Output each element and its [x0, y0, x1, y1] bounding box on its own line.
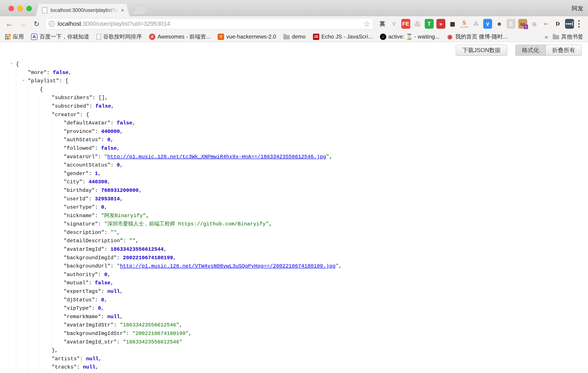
bird-extension-icon[interactable]: ➳	[542, 19, 551, 29]
json-line: "accountStatus": 0,	[63, 161, 588, 170]
bookmark-weibo-home[interactable]: ◉我的首页 微博-随时...	[447, 33, 507, 40]
qrcode-icon[interactable]: ▦	[448, 19, 457, 29]
forward-icon: →	[19, 20, 26, 28]
json-line: "creator": {"defaultAvatar": false,"prov…	[52, 111, 588, 355]
json-line: "avatarImgId_str": "18633423556612546"	[63, 338, 588, 346]
json-line: "nickname": "阿发Binaryify",	[63, 212, 588, 220]
monkey-extension-icon[interactable]: ω1	[518, 19, 527, 29]
bookmark-label: Awesomes - 前端资...	[158, 33, 210, 40]
json-line: "tracks": null,	[52, 363, 588, 372]
json-line: "backgroundImgId": 2002210674180199,	[63, 254, 588, 262]
page-info-icon[interactable]: i	[49, 21, 55, 27]
reload-icon[interactable]: ↻	[34, 21, 40, 27]
json-line: "subscribers": [],	[52, 94, 588, 102]
bookmark-demo-folder[interactable]: demo	[283, 33, 306, 40]
json-line: "userId": 32953014,	[63, 195, 588, 203]
mask-extension-icon[interactable]: ☻	[495, 19, 504, 29]
json-line: ▼{"more": false,▼"playlist": [{"subscrib…	[16, 60, 588, 373]
bookmark-label: 我的首页 微博-随时...	[455, 33, 507, 40]
browser-menu-icon[interactable]	[578, 20, 580, 28]
browser-tab[interactable]: localhost:3000/user/playlist?ui ×	[36, 4, 130, 16]
baidu-paw-icon: ⁂	[31, 34, 37, 40]
apps-grid-icon	[5, 34, 11, 40]
other-bookmarks-folder[interactable]: 其他书签	[553, 33, 583, 40]
format-button[interactable]: 格式化	[515, 45, 546, 56]
json-line: "backgroundUrl": "http://p1.music.126.ne…	[63, 262, 588, 270]
bookmark-label: 百度一下，你就知道	[40, 33, 89, 40]
json-line: "avatarUrl": "http://p1.music.126.net/tc…	[63, 153, 588, 161]
translate-extension-icon[interactable]: 英	[378, 19, 387, 29]
bookmark-google-sorted[interactable]: 谷歌按时间排序	[96, 33, 142, 40]
browser-profile-name[interactable]: 阿发	[572, 5, 583, 12]
bookmark-label: demo	[292, 33, 306, 40]
json-line: "description": "",	[63, 228, 588, 237]
fehelper-icon[interactable]: FE	[401, 19, 410, 29]
page-structure-icon[interactable]: 品	[413, 19, 422, 29]
json-line: "subscribed": false,	[52, 102, 588, 111]
document-icon	[96, 34, 101, 40]
bookmark-label: 谷歌按时间排序	[103, 33, 142, 40]
weibo-extension-icon[interactable]: ◉	[530, 19, 539, 29]
download-json-button[interactable]: 下载JSON数据	[456, 45, 507, 56]
d-extension-icon[interactable]: D	[553, 19, 562, 29]
other-bookmarks-label: 其他书签	[561, 33, 583, 40]
json-url-link[interactable]: http://p1.music.126.net/tc3Wk_XNPmwiR4hx…	[107, 154, 326, 160]
bookmarks-overflow-icon[interactable]: »	[545, 33, 548, 40]
address-bar[interactable]: i localhost:3000/user/playlist?uid=32953…	[45, 18, 373, 29]
json-line: "detailDescription": "",	[63, 237, 588, 245]
bookmark-echojs[interactable]: JSEcho JS - JavaScri...	[313, 33, 373, 40]
json-url-link[interactable]: http://p1.music.126.net/VTW4vsN08vwL3uSQ…	[120, 263, 336, 269]
json-line: "authStatus": 0,	[63, 136, 588, 144]
page-content: 下载JSON数据 格式化 折叠所有 ▼{"more": false,▼"play…	[0, 42, 588, 373]
paw-extension-icon[interactable]: ⁂	[472, 19, 480, 29]
bookmark-awesomes[interactable]: AAwesomes - 前端资...	[149, 33, 210, 40]
page-favicon-icon	[42, 7, 47, 13]
shield-t-icon[interactable]: T	[425, 19, 434, 29]
video-speed-icon[interactable]: »	[436, 19, 445, 29]
back-icon[interactable]: ←	[6, 20, 13, 28]
json-line: "avatarImgId": 18633423556612544,	[63, 245, 588, 254]
weibo-icon: ◉	[447, 34, 453, 40]
bookmark-active[interactable]: ↓active: ⌛ - waiting...	[380, 33, 440, 40]
collapse-all-button[interactable]: 折叠所有	[546, 45, 582, 56]
json-line: "birthday": 768931200000,	[63, 186, 588, 195]
json-line: "userType": 0,	[63, 203, 588, 212]
json-line: "followed": false,	[63, 144, 588, 153]
json-line: "gender": 1,	[63, 170, 588, 178]
bookmark-baidu[interactable]: ⁂百度一下，你就知道	[31, 33, 89, 40]
bookmark-vue-hackernews[interactable]: Vvue-hackernews-2.0	[218, 33, 276, 40]
bookmarks-bar: 应用⁂百度一下，你就知道谷歌按时间排序AAwesomes - 前端资...Vvu…	[0, 32, 588, 42]
js-icon: JS	[313, 34, 319, 40]
json-line: "more": false,	[28, 68, 588, 77]
s-extension-icon[interactable]: S	[507, 19, 515, 29]
bookmark-label: Echo JS - JavaScri...	[321, 33, 373, 40]
bookmark-star-icon[interactable]: ☆	[364, 20, 370, 28]
down-arrow-icon: ↓	[380, 34, 386, 40]
new-tab-button[interactable]	[132, 5, 149, 14]
json-line: "mutual": false,	[63, 279, 588, 287]
view-mode-segmented-control: 格式化 折叠所有	[515, 45, 582, 56]
close-window-icon[interactable]	[9, 6, 14, 11]
v-download-icon[interactable]: ∨	[483, 19, 492, 29]
json-line: "remarkName": null,	[63, 313, 588, 321]
json-line: "vipType": 0,	[63, 304, 588, 313]
bookmark-apps[interactable]: 应用	[5, 33, 24, 40]
bookmark-label: vue-hackernews-2.0	[226, 33, 276, 40]
awesome-a-icon: A	[149, 34, 155, 40]
collapse-toggle-icon[interactable]: ▼	[20, 77, 27, 85]
vue-devtools-icon[interactable]: V	[390, 19, 399, 29]
window-titlebar: localhost:3000/user/playlist?ui × 阿发	[0, 0, 588, 16]
json-line: ▼"playlist": [{"subscribers": [],"subscr…	[28, 77, 588, 373]
url-text: localhost:3000/user/playlist?uid=3295301…	[58, 21, 170, 27]
bookmark-label: active: ⌛ - waiting...	[388, 33, 440, 40]
json-line: "city": 440300,	[63, 178, 588, 186]
collapse-toggle-icon[interactable]: ▼	[8, 60, 15, 68]
tab-title: localhost:3000/user/playlist?ui	[51, 7, 119, 13]
html5-player-icon[interactable]: 5PLAYER	[460, 19, 469, 29]
minimize-window-icon[interactable]	[17, 6, 23, 11]
password-manager-icon[interactable]: •••ǀ	[565, 19, 574, 29]
folder-icon	[283, 35, 290, 39]
zoom-window-icon[interactable]	[26, 6, 32, 11]
vue-v-icon: V	[218, 34, 224, 40]
tab-close-icon[interactable]: ×	[121, 7, 124, 13]
